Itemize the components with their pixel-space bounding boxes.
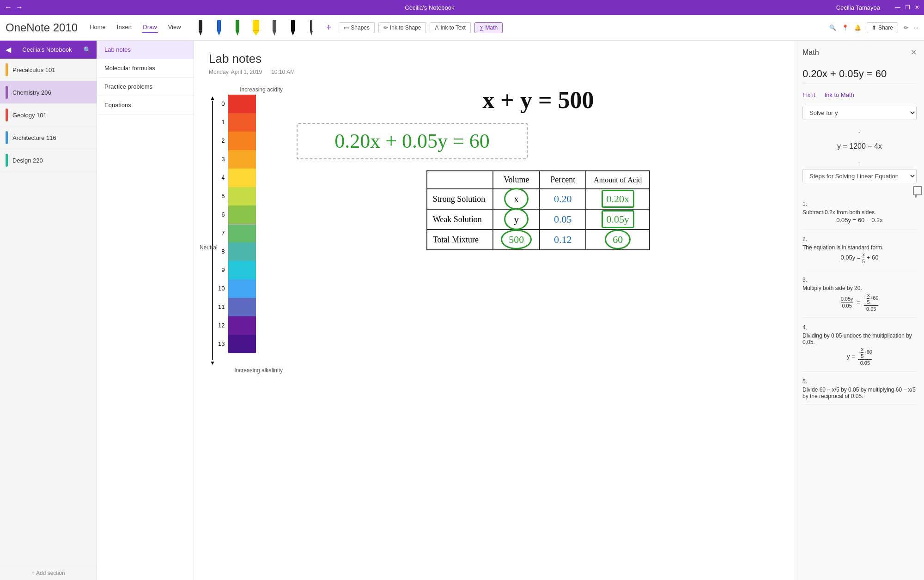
ph-chart: Increasing acidity ▲ ▼ 0 1 2 3 4	[209, 86, 283, 251]
forward-arrow[interactable]: →	[16, 3, 23, 12]
pen-blue[interactable]	[212, 20, 226, 36]
pen-tools: + ▭ Shapes ✏ Ink to Shape A Ink to Text …	[193, 20, 827, 36]
section-molecular-formulas[interactable]: Molecular formulas	[97, 59, 194, 78]
ink-to-shape-button[interactable]: ✏ Ink to Shape	[378, 22, 426, 33]
ph-number-6: 6	[218, 205, 226, 224]
color-indicator	[6, 109, 8, 121]
section-equations[interactable]: Equations	[97, 96, 194, 115]
back-arrow[interactable]: ←	[5, 3, 12, 12]
sidebar-item-label: Geology 101	[12, 112, 47, 119]
app-logo: OneNote 2010	[6, 21, 78, 34]
sidebar-item-design[interactable]: Design 220	[0, 149, 97, 172]
sections-panel: Lab notes Molecular formulas Practice pr…	[97, 41, 194, 580]
sidebar-item-label: Precalculus 101	[12, 66, 55, 73]
pen-black2[interactable]	[286, 20, 300, 36]
math-panel-close-button[interactable]: ✕	[911, 48, 917, 57]
shapes-button[interactable]: ▭ Shapes	[339, 22, 375, 33]
copy-icon[interactable]	[915, 188, 917, 198]
add-pen-button[interactable]: +	[326, 22, 332, 33]
ink-to-shape-icon: ✏	[383, 24, 388, 31]
sidebar-item-geology[interactable]: Geology 101	[0, 104, 97, 127]
ph-number-1: 1	[218, 113, 226, 132]
pen-dark[interactable]	[267, 20, 282, 36]
pen-black[interactable]	[193, 20, 208, 36]
ph-color-11	[228, 298, 256, 316]
ribbon: OneNote 2010 Home Insert Draw View	[0, 15, 924, 41]
close-button[interactable]: ✕	[915, 4, 919, 11]
ink-to-text-button[interactable]: A Ink to Text	[430, 22, 471, 33]
share-button[interactable]: ⬆ Share	[867, 22, 898, 33]
math-icon: ∑	[480, 24, 484, 31]
ph-color-0	[228, 95, 256, 113]
math-panel: Math ✕ 0.20x + 0.05y = 60 Fix it Ink to …	[795, 41, 924, 580]
share-icon: ⬆	[872, 24, 876, 31]
equation-2: 0.20x + 0.05y = 60	[303, 129, 521, 153]
row-volume-weak: y	[493, 209, 540, 230]
ph-color-2	[228, 132, 256, 150]
location-icon[interactable]: 📍	[842, 24, 849, 31]
steps-dropdown[interactable]: Steps for Solving Linear Equation	[802, 169, 917, 183]
ph-number-10: 10	[218, 279, 226, 298]
pen-edit-icon[interactable]: ✏	[904, 24, 908, 31]
ph-number-3: 3	[218, 150, 226, 169]
sidebar-search-button[interactable]: 🔍	[83, 46, 91, 54]
ink-to-text-icon: A	[435, 24, 438, 31]
color-indicator	[6, 86, 8, 99]
step-5-text: Divide 60 − x/5 by 0.05 by multiplying 6…	[802, 387, 917, 399]
ph-color-5	[228, 187, 256, 205]
section-practice-problems[interactable]: Practice problems	[97, 78, 194, 96]
table-header-percent: Percent	[540, 171, 586, 189]
window-controls: — ❐ ✕	[895, 4, 919, 11]
step-3-text: Multiply both side by 20.	[802, 285, 917, 291]
minimize-button[interactable]: —	[895, 4, 900, 11]
chemistry-table: Volume Percent Amount of Acid Strong Sol…	[426, 170, 650, 250]
note-content: Increasing acidity ▲ ▼ 0 1 2 3 4	[209, 86, 780, 251]
pen-green[interactable]	[230, 20, 245, 36]
ph-number-4: 4	[218, 169, 226, 187]
tab-draw[interactable]: Draw	[142, 22, 158, 33]
sidebar-back-button[interactable]: ◀	[6, 45, 11, 54]
restore-button[interactable]: ❐	[905, 4, 910, 11]
pen-fine[interactable]	[304, 20, 319, 36]
solve-for-dropdown[interactable]: Solve for y	[802, 106, 917, 120]
ph-color-10	[228, 279, 256, 298]
equation-1: x + y = 500	[297, 86, 780, 114]
table-header-amount: Amount of Acid	[586, 171, 650, 189]
sidebar-item-architecture[interactable]: Architecture 116	[0, 127, 97, 149]
color-indicator	[6, 131, 8, 144]
increasing-acidity-label: Increasing acidity	[209, 86, 283, 93]
ph-color-9	[228, 261, 256, 279]
row-percent-weak: 0.05	[540, 209, 586, 230]
notebook-sidebar: ◀ Cecilia's Notebook 🔍 Precalculus 101 C…	[0, 41, 97, 580]
pen-yellow[interactable]	[249, 20, 263, 36]
fix-it-link[interactable]: Fix it	[802, 91, 815, 98]
ribbon-tabs: Home Insert Draw View	[89, 22, 182, 33]
step-4-text: Dividing by 0.05 undoes the multiplicati…	[802, 332, 917, 345]
row-volume-total: 500	[493, 230, 540, 250]
more-options-icon[interactable]: ···	[914, 24, 918, 31]
math-step-2: 2. The equation is in standard form. 0.0…	[802, 236, 917, 270]
ink-to-math-link[interactable]: Ink to Math	[824, 91, 854, 98]
color-indicator	[6, 63, 8, 76]
math-step-4: 4. Dividing by 0.05 undoes the multiplic…	[802, 324, 917, 372]
tab-view[interactable]: View	[167, 22, 182, 33]
shapes-icon: ▭	[344, 24, 349, 31]
sidebar-item-chemistry[interactable]: Chemistry 206	[0, 81, 97, 104]
ph-number-2: 2	[218, 132, 226, 150]
row-label-total: Total Mixture	[427, 230, 493, 250]
add-section-icon[interactable]: + Add section	[31, 570, 65, 576]
tab-insert[interactable]: Insert	[116, 22, 133, 33]
sidebar-item-precalculus[interactable]: Precalculus 101	[0, 59, 97, 81]
math-panel-header: Math ✕	[802, 48, 917, 57]
math-panel-title: Math	[802, 48, 819, 57]
page-date: Monday, April 1, 2019	[209, 69, 262, 75]
page-meta: Monday, April 1, 2019 10:10 AM	[209, 69, 780, 75]
math-button[interactable]: ∑ Math	[474, 22, 503, 33]
row-percent-total: 0.12	[540, 230, 586, 250]
section-lab-notes[interactable]: Lab notes	[97, 41, 194, 59]
tab-home[interactable]: Home	[89, 22, 107, 33]
search-icon[interactable]: 🔍	[829, 24, 836, 31]
bell-icon[interactable]: 🔔	[854, 24, 861, 31]
math-step-5: 5. Divide 60 − x/5 by 0.05 by multiplyin…	[802, 378, 917, 405]
notebook-header: ◀ Cecilia's Notebook 🔍	[0, 41, 97, 59]
